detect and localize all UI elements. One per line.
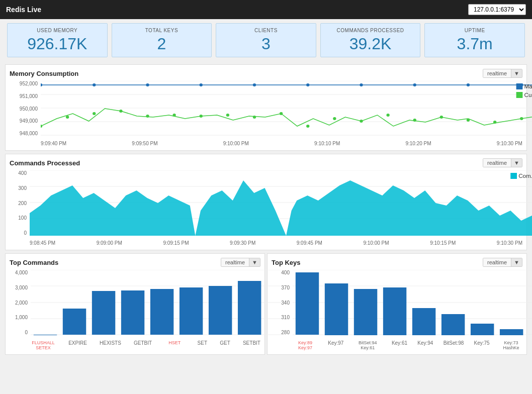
tc-y-0: 4,000: [15, 270, 28, 275]
svg-text:Com...: Com...: [518, 173, 532, 179]
tk-x-1: Key:97: [328, 340, 343, 350]
svg-rect-57: [150, 289, 173, 335]
app-title: Redis Live: [6, 6, 41, 14]
tc-x-label-0a: FLUSHALL: [31, 340, 56, 345]
stats-row: USED MEMORY 926.17K TOTAL KEYS 2 CLIENTS…: [0, 19, 532, 61]
memory-title: Memory Consumption: [10, 70, 78, 77]
stat-clients-label: CLIENTS: [222, 28, 310, 33]
stat-commands-processed: COMMANDS PROCESSED 39.2K: [320, 23, 421, 57]
svg-point-9: [146, 115, 149, 118]
memory-dropdown-arrow[interactable]: ▼: [511, 69, 522, 77]
svg-marker-45: [30, 180, 532, 236]
svg-point-10: [172, 114, 175, 117]
svg-text:Current: Current: [524, 92, 532, 98]
svg-point-33: [467, 83, 470, 86]
cmd-x-label-7: 9:10:30 PM: [497, 240, 522, 246]
memory-y-label-0: 952,000: [20, 81, 38, 86]
svg-rect-71: [441, 314, 465, 335]
svg-rect-46: [510, 173, 517, 179]
memory-y-label-4: 948,000: [20, 131, 38, 136]
top-commands-realtime-button[interactable]: realtime ▼: [221, 258, 260, 267]
tc-x-label-3: GETBIT: [134, 340, 152, 350]
top-keys-header: Top Keys realtime ▼: [272, 258, 522, 267]
svg-point-19: [413, 119, 416, 122]
stat-uptime: UPTIME 3.7m: [424, 23, 525, 57]
memory-realtime-button[interactable]: realtime ▼: [483, 69, 522, 78]
svg-point-23: [520, 117, 523, 120]
tk-x-4: Key:94: [417, 340, 433, 350]
svg-rect-54: [63, 309, 86, 335]
stat-clients: CLIENTS 3: [216, 23, 316, 57]
svg-rect-68: [354, 289, 377, 335]
commands-y-label-1: 300: [18, 185, 27, 191]
commands-realtime-label: realtime: [483, 159, 511, 167]
svg-point-18: [386, 114, 389, 117]
memory-y-label-3: 949,000: [20, 118, 38, 124]
svg-point-13: [253, 116, 256, 119]
commands-section: Commands Processed realtime ▼ 400 300 20…: [5, 154, 527, 250]
svg-point-17: [360, 120, 363, 123]
top-commands-chart-svg: [31, 270, 282, 335]
top-keys-realtime-button[interactable]: realtime ▼: [483, 258, 522, 267]
svg-rect-73: [500, 329, 523, 335]
tc-x-label-0b: SETEX: [31, 345, 56, 350]
commands-title: Commands Processed: [10, 159, 80, 167]
svg-point-15: [306, 125, 309, 128]
svg-point-12: [226, 114, 229, 117]
server-selector[interactable]: 127.0.0.1:6379: [468, 4, 526, 15]
memory-y-label-1: 951,000: [20, 93, 38, 99]
svg-point-32: [413, 83, 416, 86]
tc-x-label-5: SET: [198, 340, 207, 350]
tk-y-0: 400: [281, 270, 290, 275]
tk-y-1: 370: [281, 285, 290, 290]
memory-realtime-label: realtime: [483, 69, 511, 77]
commands-y-label-2: 200: [18, 201, 27, 206]
svg-point-20: [440, 116, 443, 119]
svg-rect-58: [180, 287, 203, 335]
svg-point-14: [280, 112, 283, 115]
header: Redis Live 127.0.0.1:6379: [0, 0, 532, 19]
stat-uptime-label: UPTIME: [431, 28, 518, 33]
cmd-x-label-4: 9:09:45 PM: [297, 240, 322, 246]
memory-x-label-2: 9:10:00 PM: [223, 141, 249, 146]
memory-section-header: Memory Consumption realtime ▼: [10, 69, 522, 78]
svg-point-30: [306, 83, 309, 86]
top-keys-chart-svg: [293, 270, 532, 335]
tk-x-0a: Key:89: [293, 340, 318, 345]
svg-point-29: [253, 83, 256, 86]
tc-x-label-7: SETBIT: [243, 340, 260, 350]
svg-text:Max: Max: [524, 83, 532, 89]
top-keys-dropdown-arrow[interactable]: ▼: [511, 258, 522, 266]
cmd-x-label-0: 9:08:45 PM: [30, 240, 55, 246]
stat-used-memory-value: 926.17K: [14, 35, 101, 53]
tk-y-3: 310: [281, 315, 290, 320]
svg-point-27: [146, 83, 149, 86]
svg-rect-69: [383, 287, 406, 335]
memory-x-label-3: 9:10:10 PM: [314, 141, 340, 146]
commands-dropdown-arrow[interactable]: ▼: [511, 159, 522, 167]
tk-x-0b: Key:97: [293, 345, 318, 350]
stat-total-keys-label: TOTAL KEYS: [118, 28, 206, 33]
commands-section-header: Commands Processed realtime ▼: [10, 158, 522, 167]
memory-y-label-2: 950,000: [20, 106, 38, 112]
svg-point-11: [200, 115, 203, 118]
tk-y-4: 280: [281, 330, 290, 335]
tk-x-2a: BitSet:94: [354, 340, 382, 345]
commands-y-label-4: 0: [24, 230, 27, 236]
svg-rect-56: [121, 290, 144, 335]
stat-used-memory-label: USED MEMORY: [14, 28, 101, 33]
tc-x-label-4: HSET: [164, 340, 185, 350]
bottom-row: Top Commands realtime ▼ 4,000 3,000 2,00…: [5, 253, 527, 355]
stat-clients-value: 3: [222, 35, 310, 53]
commands-realtime-button[interactable]: realtime ▼: [483, 158, 522, 167]
top-commands-title: Top Commands: [10, 259, 58, 266]
stat-total-keys-value: 2: [118, 35, 206, 53]
commands-y-label-3: 100: [18, 215, 27, 221]
top-commands-dropdown-arrow[interactable]: ▼: [249, 258, 260, 266]
stat-total-keys: TOTAL KEYS 2: [112, 23, 212, 57]
memory-x-label-4: 9:10:20 PM: [405, 141, 431, 146]
server-select-input[interactable]: 127.0.0.1:6379: [468, 4, 526, 15]
cmd-x-label-1: 9:09:00 PM: [97, 240, 122, 246]
stat-commands-value: 39.2K: [327, 35, 414, 53]
svg-point-16: [333, 117, 336, 120]
